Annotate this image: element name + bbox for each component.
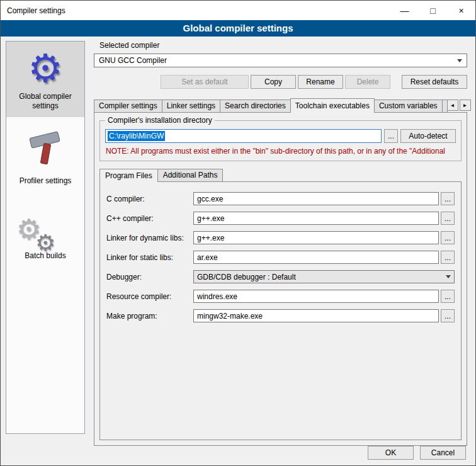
sidebar-item-label: Profiler settings [20,176,72,185]
tab-linker-settings[interactable]: Linker settings [162,99,220,112]
sidebar-item-label: Global compiler settings [19,92,71,110]
set-as-default-button: Set as default [161,75,249,89]
tab-toolchain-executables[interactable]: Toolchain executables [290,98,375,113]
c-compiler-input[interactable]: gcc.exe [193,192,439,205]
debugger-value: GDB/CDB debugger : Default [197,273,296,281]
maximize-icon[interactable]: □ [419,1,447,20]
field-row-make-program: Make program: mingw32-make.exe ... [106,309,455,322]
reset-defaults-button[interactable]: Reset defaults [402,75,467,89]
field-row-c-compiler: C compiler: gcc.exe ... [106,192,455,205]
field-label: C++ compiler: [106,214,193,223]
selected-compiler-label: Selected compiler [94,41,467,50]
window-controls: — □ × [390,1,475,20]
selected-compiler-dropdown[interactable]: GNU GCC Compiler [94,54,467,67]
tab-custom-variables[interactable]: Custom variables [374,99,443,112]
rename-button[interactable]: Rename [298,75,343,89]
minimize-icon[interactable]: — [390,1,419,20]
make-program-input[interactable]: mingw32-make.exe [193,309,439,322]
close-icon[interactable]: × [447,1,475,20]
selected-compiler-value: GNU GCC Compiler [99,56,167,65]
field-row-linker-static: Linker for static libs: ar.exe ... [106,251,455,264]
profiler-hammer-icon [8,130,83,176]
gears-gray-icon: ⚙ ⚙ [8,205,83,251]
tab-scroll-left-icon[interactable]: ◄ [447,99,458,111]
field-label: Resource compiler: [106,292,193,301]
compiler-actions: Set as default Copy Rename Delete Reset … [94,75,467,89]
debugger-dropdown[interactable]: GDB/CDB debugger : Default [193,270,455,283]
titlebar: Compiler settings — □ × [1,1,475,20]
field-label: Linker for static libs: [106,253,193,262]
toolchain-executables-panel: Compiler's installation directory C:\ray… [94,112,467,446]
cpp-compiler-browse-button[interactable]: ... [441,212,455,225]
field-row-cpp-compiler: C++ compiler: g++.exe ... [106,212,455,225]
tab-scroll-right-icon[interactable]: ► [460,99,471,111]
program-files-panel: C compiler: gcc.exe ... C++ compiler: g+… [99,181,462,440]
dialog-body: ⚙ Global compiler settings Profiler sett… [1,37,475,465]
copy-button[interactable]: Copy [251,75,296,89]
window-title: Compiler settings [1,6,65,15]
sidebar-item-profiler-settings[interactable]: Profiler settings [6,126,84,192]
tab-search-directories[interactable]: Search directories [220,99,291,112]
installation-directory-group: Compiler's installation directory C:\ray… [99,120,462,161]
delete-button: Delete [345,75,390,89]
linker-static-browse-button[interactable]: ... [441,251,455,264]
tab-scroll-buttons: ◄ ► [447,99,471,111]
resource-compiler-input[interactable]: windres.exe [193,290,439,303]
dialog-banner-title: Global compiler settings [1,20,475,37]
resource-compiler-browse-button[interactable]: ... [441,290,455,303]
field-label: Linker for dynamic libs: [106,234,193,242]
field-row-resource-compiler: Resource compiler: windres.exe ... [106,290,455,303]
sidebar-item-batch-builds[interactable]: ⚙ ⚙ Batch builds [6,201,84,267]
tab-program-files[interactable]: Program Files [99,169,158,182]
settings-category-list: ⚙ Global compiler settings Profiler sett… [6,41,85,434]
bin-subdirectory-note: NOTE: All programs must exist either in … [105,143,456,159]
chevron-down-icon [446,275,451,278]
linker-dynamic-input[interactable]: g++.exe [193,231,439,244]
auto-detect-button[interactable]: Auto-detect [400,129,456,143]
sidebar-item-global-compiler-settings[interactable]: ⚙ Global compiler settings [6,42,84,117]
field-label: Make program: [106,312,193,321]
linker-dynamic-browse-button[interactable]: ... [441,231,455,244]
linker-static-input[interactable]: ar.exe [193,251,439,264]
installation-directory-row: C:\raylib\MinGW ... Auto-detect [105,129,456,143]
c-compiler-browse-button[interactable]: ... [441,192,455,205]
field-row-linker-dynamic: Linker for dynamic libs: g++.exe ... [106,231,455,244]
settings-tab-bar: Compiler settings Linker settings Search… [94,98,467,112]
installation-directory-browse-button[interactable]: ... [384,129,398,143]
tab-compiler-settings[interactable]: Compiler settings [94,99,162,112]
main-content: Selected compiler GNU GCC Compiler Set a… [94,41,467,446]
make-program-browse-button[interactable]: ... [441,309,455,322]
installation-directory-group-title: Compiler's installation directory [105,116,215,125]
installation-directory-input[interactable]: C:\raylib\MinGW [105,129,382,143]
ok-button[interactable]: OK [368,446,414,460]
tab-additional-paths[interactable]: Additional Paths [157,169,224,181]
cpp-compiler-input[interactable]: g++.exe [193,212,439,225]
gear-icon: ⚙ [8,45,83,92]
field-label: C compiler: [106,195,193,203]
cancel-button[interactable]: Cancel [420,446,466,460]
field-label: Debugger: [106,273,193,281]
dialog-footer: OK Cancel [368,446,466,460]
compiler-settings-dialog: Compiler settings — □ × Global compiler … [0,0,476,466]
chevron-down-icon [457,59,462,62]
field-row-debugger: Debugger: GDB/CDB debugger : Default [106,270,455,283]
program-files-tab-bar: Program Files Additional Paths [99,169,462,181]
installation-directory-value: C:\raylib\MinGW [108,131,165,141]
